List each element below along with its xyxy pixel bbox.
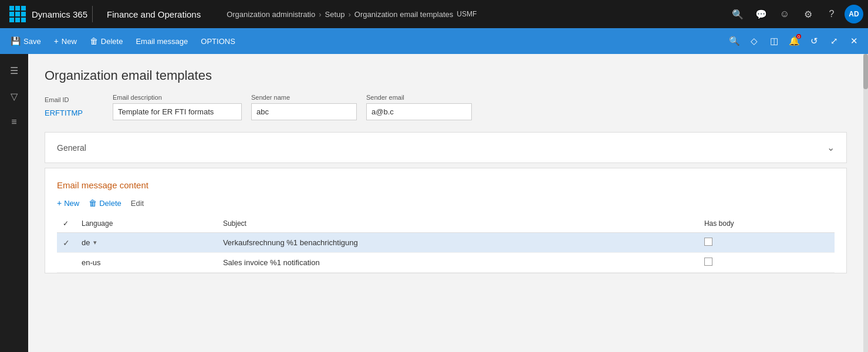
app-layout: ☰ ▽ ≡ Organization email templates Email… (0, 54, 868, 352)
email-desc-label: Email description (113, 94, 242, 101)
email-desc-field: Email description (113, 94, 242, 120)
sender-name-label: Sender name (251, 94, 357, 101)
sender-name-input[interactable] (251, 103, 357, 120)
breadcrumb: Organization administratio › Setup › Org… (219, 9, 727, 19)
toolbar-search-btn[interactable]: 🔍 (725, 32, 744, 50)
breadcrumb-org-admin[interactable]: Organization administratio (227, 10, 315, 19)
avatar[interactable]: AD (845, 5, 863, 23)
has-body-checkbox[interactable] (704, 238, 712, 246)
general-section-header[interactable]: General ⌄ (45, 133, 846, 163)
email-message-label: Email message (136, 37, 188, 46)
sidebar-menu-icon[interactable]: ☰ (2, 59, 26, 82)
save-icon: 💾 (11, 36, 21, 46)
table-row[interactable]: en-us Sales invoice %1 notification (57, 253, 835, 273)
new-button[interactable]: + New (48, 33, 83, 49)
col-check: ✓ (57, 215, 76, 233)
sender-email-label: Sender email (366, 94, 472, 101)
email-id-value[interactable]: ERFTITMP (45, 106, 103, 120)
toolbar-right-icons: 🔍 ◇ ◫ 🔔0 ↺ ⤢ ✕ (725, 32, 863, 50)
email-id-field: Email ID ERFTITMP (45, 96, 103, 120)
general-section: General ⌄ (45, 132, 847, 163)
scrollbar-thumb[interactable] (863, 54, 868, 89)
top-nav-right: 🔍 💬 ☺ ⚙ ? AD (727, 4, 868, 25)
logo-area: Dynamics 365 Finance and Operations (0, 0, 219, 28)
smiley-icon-btn[interactable]: ☺ (774, 4, 795, 25)
content-edit-button[interactable]: Edit (131, 199, 144, 208)
email-message-button[interactable]: Email message (130, 33, 194, 49)
new-label: New (62, 37, 77, 46)
content-edit-label: Edit (131, 199, 144, 208)
delete-icon: 🗑 (90, 36, 98, 46)
sender-email-field: Sender email (366, 94, 472, 120)
col-has-body: Has body (698, 215, 835, 233)
col-subject: Subject (217, 215, 698, 233)
waffle-icon[interactable] (9, 6, 26, 22)
toolbar-close-btn[interactable]: ✕ (845, 32, 863, 50)
page-title: Organization email templates (45, 68, 847, 83)
search-icon-btn[interactable]: 🔍 (727, 4, 748, 25)
breadcrumb-sep-1: › (319, 10, 321, 19)
breadcrumb-sep-2: › (349, 10, 351, 19)
row-language-cell: en-us (76, 253, 217, 273)
content-toolbar: + New 🗑 Delete Edit (57, 198, 835, 208)
left-sidebar: ☰ ▽ ≡ (0, 54, 28, 352)
toolbar: 💾 Save + New 🗑 Delete Email message OPTI… (0, 28, 868, 54)
content-new-label: New (64, 199, 79, 208)
table-row[interactable]: ✓ de ▾ Verkaufsrechnung %1 benachrichtig… (57, 233, 835, 253)
chat-icon-btn[interactable]: 💬 (751, 4, 772, 25)
nav-divider (92, 6, 93, 22)
toolbar-open-btn[interactable]: ⤢ (825, 32, 843, 50)
sender-email-input[interactable] (366, 103, 472, 120)
lang-cell: en-us (82, 258, 211, 267)
content-delete-label: Delete (99, 199, 121, 208)
content-delete-button[interactable]: 🗑 Delete (89, 198, 121, 208)
delete-button[interactable]: 🗑 Delete (84, 33, 129, 49)
sidebar-filter-icon[interactable]: ▽ (2, 84, 26, 108)
breadcrumb-setup[interactable]: Setup (325, 10, 345, 19)
scrollbar-track[interactable] (863, 54, 868, 352)
top-navigation: Dynamics 365 Finance and Operations Orga… (0, 0, 868, 28)
new-icon: + (54, 36, 59, 46)
email-content-section: Email message content + New 🗑 Delete Edi… (45, 168, 847, 273)
row-language-cell: de ▾ (76, 233, 217, 253)
row-check-cell: ✓ (57, 233, 76, 253)
lang-dropdown-icon[interactable]: ▾ (93, 239, 97, 246)
help-icon-btn[interactable]: ? (821, 4, 842, 25)
content-new-button[interactable]: + New (57, 198, 79, 208)
general-section-title: General (57, 143, 86, 153)
content-new-icon: + (57, 198, 62, 208)
email-content-table: ✓ Language Subject Has body ✓ de (57, 215, 835, 273)
main-content: Organization email templates Email ID ER… (28, 54, 863, 352)
options-label: OPTIONS (201, 37, 235, 46)
col-language: Language (76, 215, 217, 233)
breadcrumb-templates[interactable]: Organization email templates (354, 10, 453, 19)
toolbar-notification-btn[interactable]: 🔔0 (785, 32, 803, 50)
lang-value: en-us (82, 258, 101, 267)
row-has-body-cell (698, 233, 835, 253)
row-subject-cell: Verkaufsrechnung %1 benachrichtigung (217, 233, 698, 253)
options-button[interactable]: OPTIONS (195, 33, 241, 49)
sidebar-list-icon[interactable]: ≡ (2, 110, 26, 134)
toolbar-refresh-btn[interactable]: ↺ (805, 32, 823, 50)
toolbar-diamond-btn[interactable]: ◇ (745, 32, 764, 50)
email-desc-input[interactable] (113, 103, 242, 120)
toolbar-search: 🔍 ◇ ◫ 🔔0 ↺ ⤢ ✕ (720, 32, 863, 50)
row-check-cell (57, 253, 76, 273)
app-name: Dynamics 365 (32, 9, 87, 19)
email-content-title: Email message content (57, 180, 835, 190)
delete-label: Delete (101, 37, 123, 46)
module-name: Finance and Operations (97, 9, 210, 19)
sender-name-field: Sender name (251, 94, 357, 120)
lang-cell: de ▾ (82, 238, 211, 247)
form-row: Email ID ERFTITMP Email description Send… (45, 94, 847, 120)
row-subject-cell: Sales invoice %1 notification (217, 253, 698, 273)
settings-icon-btn[interactable]: ⚙ (798, 4, 819, 25)
save-label: Save (23, 37, 41, 46)
toolbar-office-btn[interactable]: ◫ (765, 32, 783, 50)
company-badge: USMF (453, 9, 480, 19)
row-has-body-cell (698, 253, 835, 273)
save-button[interactable]: 💾 Save (5, 33, 47, 49)
has-body-checkbox[interactable] (704, 258, 712, 266)
content-delete-icon: 🗑 (89, 198, 97, 208)
row-checkmark-icon: ✓ (63, 238, 70, 248)
